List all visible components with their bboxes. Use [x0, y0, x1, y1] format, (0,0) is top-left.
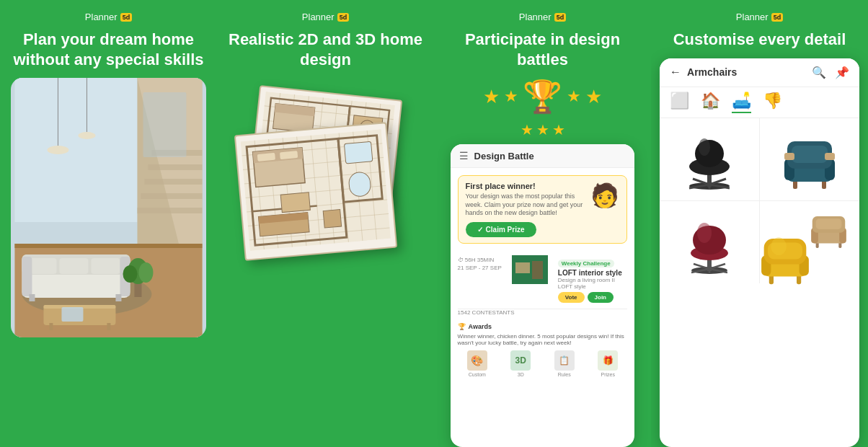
- logo-badge-2: 5d: [337, 13, 350, 22]
- star-1: ★: [483, 86, 500, 108]
- svg-rect-83: [280, 192, 310, 213]
- armchair-header: ← Armchairs 🔍 📌: [660, 58, 859, 87]
- tab-dislike[interactable]: 👎: [763, 92, 782, 113]
- tab-home[interactable]: 🏠: [701, 92, 720, 113]
- svg-point-118: [697, 223, 712, 243]
- svg-point-99: [699, 138, 710, 156]
- award-rules-icon: 📋: [554, 350, 575, 371]
- svg-rect-10: [14, 244, 202, 248]
- panel-2-image: [230, 78, 421, 337]
- awards-title: 🏆 Awards: [458, 323, 628, 330]
- svg-rect-84: [323, 210, 341, 228]
- star-3: ★: [567, 87, 581, 106]
- dates: 21 SEP - 27 SEP: [458, 265, 502, 271]
- svg-rect-7: [141, 193, 202, 199]
- pin-icon[interactable]: 📌: [835, 66, 849, 79]
- challenge-row: ⏱ 56H 35MIN 21 SEP - 27 SEP Weekly Chall…: [458, 249, 628, 309]
- svg-point-28: [123, 265, 137, 283]
- svg-rect-20: [115, 294, 121, 301]
- svg-rect-85: [345, 141, 373, 164]
- search-icon[interactable]: 🔍: [812, 66, 826, 79]
- armchair-grid: [660, 118, 859, 283]
- svg-rect-89: [532, 261, 543, 279]
- panel-1-image: [11, 78, 206, 337]
- hamburger-icon: ☰: [459, 150, 469, 161]
- logo-1: Planner 5d: [85, 12, 132, 22]
- armchairs-phone: ← Armchairs 🔍 📌 ⬜ 🏠 🛋️ 👎: [660, 58, 859, 448]
- challenge-badge: Weekly Challenge: [558, 260, 614, 267]
- trophy-icon: 🏆: [523, 78, 562, 115]
- check-icon: ✓: [477, 226, 483, 234]
- tab-floor[interactable]: ⬜: [670, 92, 689, 113]
- armchair-cell-2[interactable]: [760, 118, 859, 200]
- svg-point-29: [138, 262, 153, 283]
- panel-2-title: Realistic 2D and 3D home design: [217, 30, 434, 69]
- award-prizes-label: Prizes: [588, 372, 627, 377]
- logo-badge-1: 5d: [120, 13, 133, 22]
- svg-rect-19: [29, 294, 35, 301]
- logo-badge-3: 5d: [554, 13, 567, 22]
- star-7: ★: [552, 121, 565, 138]
- awards-desc: Winner winner, chicken dinner. 5 most po…: [458, 333, 628, 346]
- award-prizes: 🎁 Prizes: [588, 350, 627, 377]
- star-6: ★: [536, 121, 549, 138]
- logo-text-1: Planner: [85, 12, 118, 22]
- yellow-armchair-svg: [756, 226, 814, 287]
- svg-point-33: [78, 132, 95, 139]
- stars-trophy: ★ ★ 🏆 ★ ★: [483, 78, 602, 115]
- svg-rect-88: [515, 262, 530, 273]
- timer: ⏱ 56H 35MIN: [458, 257, 502, 263]
- svg-rect-25: [61, 307, 83, 322]
- svg-point-31: [47, 146, 68, 154]
- award-custom: 🎨 Custom: [458, 350, 497, 377]
- armchair-cell-4[interactable]: [760, 201, 859, 283]
- phone-content: First place winner! Your design was the …: [451, 168, 635, 389]
- svg-rect-23: [49, 323, 53, 330]
- black-swivel-chair-svg: [677, 127, 742, 192]
- logo-4: Planner 5d: [736, 12, 783, 22]
- join-button[interactable]: Join: [588, 292, 614, 303]
- award-3d-label: 3D: [501, 372, 540, 377]
- svg-rect-1: [14, 78, 137, 222]
- svg-rect-106: [792, 146, 828, 163]
- star-2: ★: [504, 87, 518, 106]
- logo-text-4: Planner: [736, 12, 769, 22]
- winner-illustration: 🧑: [590, 182, 619, 209]
- tab-sofa-active[interactable]: 🛋️: [732, 92, 751, 113]
- dark-red-chair-svg: [677, 210, 742, 275]
- armchair-cell-3[interactable]: [660, 201, 759, 283]
- award-3d: 3D 3D: [501, 350, 540, 377]
- challenge-name: LOFT interior style: [558, 269, 628, 277]
- armchair-cell-1[interactable]: [660, 118, 759, 200]
- panel-4: Planner 5d Customise every detail ← Armc…: [651, 0, 868, 447]
- phone-title: Design Battle: [474, 151, 534, 161]
- challenge-thumb: [512, 255, 548, 284]
- back-button[interactable]: ←: [670, 66, 681, 79]
- logo-text-2: Planner: [302, 12, 335, 22]
- claim-prize-button[interactable]: ✓ Claim Prize: [466, 222, 536, 237]
- award-custom-icon: 🎨: [467, 350, 487, 371]
- award-rules: 📋 Rules: [545, 350, 584, 377]
- phone-header: ☰ Design Battle: [451, 144, 635, 168]
- svg-rect-15: [59, 258, 88, 274]
- panel-2: Planner 5d Realistic 2D and 3D home desi…: [217, 0, 434, 447]
- challenge-desc: Design a living room II LOFT style: [558, 277, 628, 290]
- header-actions: 🔍 📌: [812, 66, 849, 79]
- award-prizes-icon: 🎁: [598, 350, 618, 371]
- panel-1: Planner 5d Plan your dream home without …: [0, 0, 217, 447]
- challenge-buttons: Vote Join: [558, 292, 628, 303]
- vote-button[interactable]: Vote: [558, 292, 585, 303]
- logo-text-3: Planner: [519, 12, 552, 22]
- design-battle-phone: ☰ Design Battle First place winner! Your…: [451, 144, 635, 447]
- floorplan-card-front: [234, 122, 397, 261]
- meta-info: ⏱ 56H 35MIN 21 SEP - 27 SEP: [458, 255, 502, 271]
- logo-2: Planner 5d: [302, 12, 349, 22]
- winner-title: First place winner!: [466, 182, 585, 190]
- svg-rect-8: [137, 208, 202, 213]
- svg-point-133: [771, 237, 786, 255]
- svg-rect-125: [816, 218, 842, 229]
- panel-1-title: Plan your dream home without any special…: [0, 30, 217, 69]
- challenge-info: Weekly Challenge LOFT interior style Des…: [558, 255, 628, 303]
- winner-desc: Your design was the most popular this we…: [466, 192, 585, 218]
- contestants-count: 1542 CONTESTANTS: [458, 309, 628, 316]
